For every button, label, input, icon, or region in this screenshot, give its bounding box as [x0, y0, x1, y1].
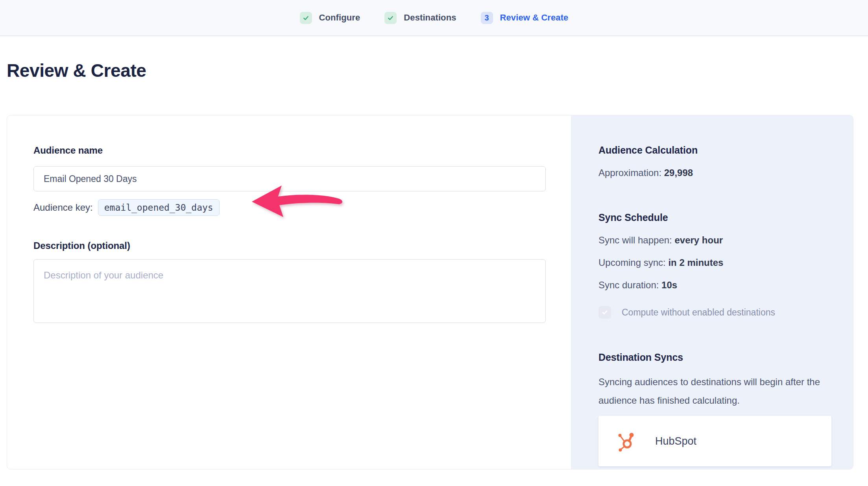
step-label: Configure	[319, 13, 360, 23]
destination-name: HubSpot	[655, 435, 696, 447]
sync-frequency-label: Sync will happen:	[598, 235, 672, 245]
step-complete-check-icon	[384, 12, 397, 24]
step-number-badge: 3	[481, 12, 493, 24]
sync-duration-row: Sync duration: 10s	[598, 279, 831, 291]
checkbox-check-icon	[601, 309, 608, 316]
description-textarea[interactable]	[33, 259, 546, 323]
sync-duration-value: 10s	[661, 280, 677, 290]
step-label: Review & Create	[500, 13, 569, 23]
step-configure[interactable]: Configure	[300, 12, 360, 24]
review-card: Audience name Audience key: email_opened…	[7, 115, 853, 469]
upcoming-sync-label: Upcoming sync:	[598, 257, 666, 268]
summary-panel: Audience Calculation Approximation: 29,9…	[571, 115, 853, 469]
sync-duration-label: Sync duration:	[598, 280, 659, 290]
sync-schedule-rows: Sync will happen: every hour Upcoming sy…	[598, 234, 831, 291]
audience-name-label: Audience name	[33, 145, 546, 156]
sync-frequency-value: every hour	[674, 235, 723, 245]
step-label: Destinations	[404, 13, 456, 23]
description-label: Description (optional)	[33, 240, 546, 251]
audience-key-row: Audience key: email_opened_30_days	[33, 199, 546, 216]
destination-card-hubspot[interactable]: HubSpot	[598, 416, 831, 466]
page-title: Review & Create	[7, 60, 868, 81]
hubspot-logo-icon	[616, 430, 635, 452]
compute-without-destinations-label: Compute without enabled destinations	[622, 307, 775, 318]
compute-without-destinations-checkbox[interactable]	[598, 306, 611, 319]
audience-form: Audience name Audience key: email_opened…	[7, 115, 571, 469]
sync-frequency-row: Sync will happen: every hour	[598, 234, 831, 246]
destination-syncs-description: Syncing audiences to destinations will b…	[598, 373, 831, 410]
approximation-label: Approximation:	[598, 167, 661, 178]
step-destinations[interactable]: Destinations	[384, 12, 456, 24]
audience-key-badge: email_opened_30_days	[98, 199, 220, 216]
compute-without-destinations-row: Compute without enabled destinations	[598, 306, 831, 319]
upcoming-sync-row: Upcoming sync: in 2 minutes	[598, 257, 831, 269]
wizard-stepper: Configure Destinations 3 Review & Create	[0, 0, 868, 36]
sync-schedule-title: Sync Schedule	[598, 212, 831, 223]
audience-name-input[interactable]	[33, 166, 546, 191]
audience-calculation-title: Audience Calculation	[598, 145, 831, 156]
approximation-value: 29,998	[664, 167, 693, 178]
audience-key-label: Audience key:	[33, 202, 93, 213]
step-review-create[interactable]: 3 Review & Create	[481, 12, 569, 24]
step-complete-check-icon	[300, 12, 312, 24]
destination-syncs-title: Destination Syncs	[598, 352, 831, 363]
upcoming-sync-value: in 2 minutes	[668, 257, 723, 268]
approximation-row: Approximation: 29,998	[598, 167, 831, 179]
